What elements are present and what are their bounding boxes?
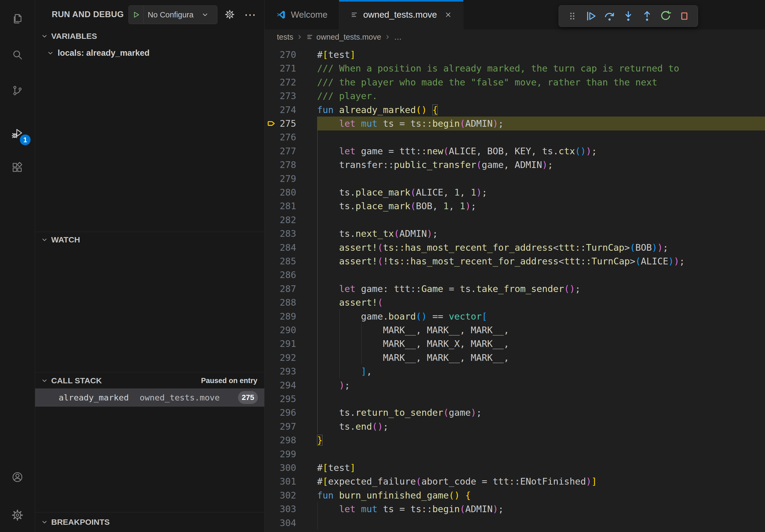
code-line[interactable]: 280 ts.place_mark(ALICE, 1, 1); xyxy=(265,185,765,199)
code-line[interactable]: 301#[expected_failure(abort_code = ttt::… xyxy=(265,474,765,488)
code-line-text[interactable]: let game: ttt::Game = ts.take_from_sende… xyxy=(317,282,765,296)
watch-section-header[interactable]: WATCH xyxy=(35,232,264,247)
code-line-text[interactable] xyxy=(317,516,765,530)
code-line-text[interactable] xyxy=(317,172,765,186)
breakpoint-gutter[interactable]: 271 xyxy=(265,61,317,75)
code-line-text[interactable]: MARK__, MARK__, MARK__, xyxy=(317,323,765,337)
close-icon[interactable] xyxy=(444,11,452,19)
code-line-text[interactable]: } xyxy=(317,433,765,447)
breakpoint-gutter[interactable]: 301 xyxy=(265,474,317,488)
debug-drag-handle-button[interactable] xyxy=(564,8,580,24)
activity-bar-item-search[interactable] xyxy=(0,39,35,71)
line-number[interactable]: 275 xyxy=(280,117,296,131)
code-line-text[interactable]: fun already_marked() { xyxy=(317,103,765,117)
code-line-text[interactable]: ); xyxy=(317,378,765,392)
line-number[interactable]: 281 xyxy=(280,199,296,213)
code-line[interactable]: 275 let mut ts = ts::begin(ADMIN); xyxy=(265,117,765,131)
line-number[interactable]: 304 xyxy=(280,516,296,530)
breakpoint-gutter[interactable]: 279 xyxy=(265,172,317,186)
line-number[interactable]: 278 xyxy=(280,158,296,172)
code-line[interactable]: 284 assert!(ts::has_most_recent_for_addr… xyxy=(265,241,765,254)
breakpoint-gutter[interactable]: 280 xyxy=(265,185,317,199)
breakpoint-gutter[interactable]: 284 xyxy=(265,241,317,254)
line-number[interactable]: 279 xyxy=(280,172,296,186)
code-line[interactable]: 278 transfer::public_transfer(game, ADMI… xyxy=(265,158,765,172)
code-line-text[interactable]: assert!( xyxy=(317,296,765,309)
code-line[interactable]: 288 assert!( xyxy=(265,296,765,309)
tab-owned-tests-move[interactable]: owned_tests.move xyxy=(339,0,463,30)
code-line[interactable]: 281 ts.place_mark(BOB, 1, 1); xyxy=(265,199,765,213)
breakpoint-gutter[interactable]: 297 xyxy=(265,419,317,433)
code-line-text[interactable]: ], xyxy=(317,364,765,378)
line-number[interactable]: 277 xyxy=(280,144,296,158)
code-line[interactable]: 289 game.board() == vector[ xyxy=(265,309,765,323)
code-line[interactable]: 277 let game = ttt::new(ALICE, BOB, KEY,… xyxy=(265,144,765,158)
code-line-text[interactable]: ts.place_mark(BOB, 1, 1); xyxy=(317,199,765,213)
line-number[interactable]: 298 xyxy=(280,433,296,447)
line-number[interactable]: 292 xyxy=(280,351,296,365)
line-number[interactable]: 282 xyxy=(280,213,296,227)
code-line[interactable]: 296 ts.return_to_sender(game); xyxy=(265,405,765,419)
code-line[interactable]: 287 let game: ttt::Game = ts.take_from_s… xyxy=(265,282,765,296)
debug-stop-button[interactable] xyxy=(676,8,692,24)
code-line[interactable]: 292 MARK__, MARK__, MARK__, xyxy=(265,351,765,365)
line-number[interactable]: 295 xyxy=(280,392,296,406)
breakpoint-gutter[interactable]: 285 xyxy=(265,254,317,268)
breakpoint-gutter[interactable]: 282 xyxy=(265,213,317,227)
code-line[interactable]: 271/// When a position is already marked… xyxy=(265,61,765,75)
code-line-text[interactable]: let game = ttt::new(ALICE, BOB, KEY, ts.… xyxy=(317,144,765,158)
code-line[interactable]: 291 MARK__, MARK_X, MARK__, xyxy=(265,337,765,351)
breadcrumb-item[interactable]: tests xyxy=(277,33,293,42)
code-line[interactable]: 274fun already_marked() { xyxy=(265,103,765,117)
breakpoint-gutter[interactable]: 281 xyxy=(265,199,317,213)
debug-continue-button[interactable] xyxy=(583,8,599,24)
code-line[interactable]: 279 xyxy=(265,172,765,186)
line-number[interactable]: 290 xyxy=(280,323,296,337)
line-number[interactable]: 283 xyxy=(280,227,296,241)
code-line-text[interactable]: ts.place_mark(ALICE, 1, 1); xyxy=(317,185,765,199)
line-number[interactable]: 273 xyxy=(280,89,296,103)
breakpoint-gutter[interactable]: 300 xyxy=(265,461,317,475)
breakpoint-gutter[interactable]: 291 xyxy=(265,337,317,351)
code-line-text[interactable]: assert!(!ts::has_most_recent_for_address… xyxy=(317,254,765,268)
code-line[interactable]: 276 xyxy=(265,130,765,144)
line-number[interactable]: 280 xyxy=(280,185,296,199)
launch-config-label[interactable]: No Configura xyxy=(143,10,201,19)
breakpoint-gutter[interactable]: 302 xyxy=(265,488,317,502)
code-line[interactable]: 272/// the player who made the "false" m… xyxy=(265,75,765,89)
breakpoint-gutter[interactable]: 274 xyxy=(265,103,317,117)
line-number[interactable]: 270 xyxy=(280,48,296,62)
line-number[interactable]: 303 xyxy=(280,502,296,516)
code-line-text[interactable]: transfer::public_transfer(game, ADMIN); xyxy=(317,158,765,172)
breakpoint-gutter[interactable]: 273 xyxy=(265,89,317,103)
code-line-text[interactable]: let mut ts = ts::begin(ADMIN); xyxy=(317,117,765,131)
breakpoint-gutter[interactable]: 292 xyxy=(265,351,317,365)
line-number[interactable]: 286 xyxy=(280,268,296,282)
breakpoint-gutter[interactable]: 294 xyxy=(265,378,317,392)
chevron-down-icon[interactable] xyxy=(201,11,209,19)
line-number[interactable]: 302 xyxy=(280,488,296,502)
code-line-text[interactable]: #[test] xyxy=(317,48,765,62)
activity-bar-item-run-and-debug[interactable]: 1 xyxy=(0,117,35,149)
line-number[interactable]: 287 xyxy=(280,282,296,296)
breakpoint-gutter[interactable]: 295 xyxy=(265,392,317,406)
code-line[interactable]: 303 let mut ts = ts::begin(ADMIN); xyxy=(265,502,765,516)
code-line-text[interactable]: assert!(ts::has_most_recent_for_address<… xyxy=(317,241,765,254)
launch-config-dropdown[interactable]: No Configura xyxy=(128,5,217,24)
line-number[interactable]: 288 xyxy=(280,296,296,309)
code-line[interactable]: 270#[test] xyxy=(265,48,765,62)
code-line[interactable]: 285 assert!(!ts::has_most_recent_for_add… xyxy=(265,254,765,268)
variables-locals-row[interactable]: locals: already_marked xyxy=(35,46,264,61)
breakpoint-gutter[interactable]: 289 xyxy=(265,309,317,323)
breakpoint-gutter[interactable]: 304 xyxy=(265,516,317,530)
code-line-text[interactable]: #[expected_failure(abort_code = ttt::ENo… xyxy=(317,474,765,488)
line-number[interactable]: 284 xyxy=(280,241,296,254)
code-line[interactable]: 298} xyxy=(265,433,765,447)
debug-step-into-button[interactable] xyxy=(620,8,636,24)
activity-bar-item-source-control[interactable] xyxy=(0,75,35,107)
line-number[interactable]: 289 xyxy=(280,309,296,323)
code-line-text[interactable] xyxy=(317,268,765,282)
tab-welcome[interactable]: Welcome xyxy=(265,0,339,30)
breakpoint-gutter[interactable]: 275 xyxy=(265,117,317,131)
line-number[interactable]: 301 xyxy=(280,474,296,488)
